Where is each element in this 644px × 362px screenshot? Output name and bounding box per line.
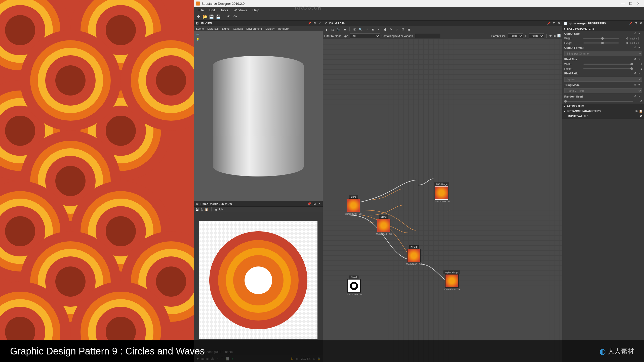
- submenu-scene[interactable]: Scene: [196, 27, 204, 30]
- tiling-select[interactable]: H and V Tiling: [564, 88, 642, 93]
- node-thumb: [347, 199, 360, 212]
- reset-icon[interactable]: ↺: [634, 83, 637, 87]
- save-icon[interactable]: 💾: [195, 208, 199, 211]
- pin-icon[interactable]: 📌: [629, 22, 632, 25]
- graph-canvas[interactable]: Blend 2048x2048 - C8 Blend 2048x2048 - C…: [323, 39, 562, 362]
- new-icon[interactable]: ✚: [196, 14, 201, 19]
- submenu-lights[interactable]: Lights: [222, 27, 229, 30]
- paste-icon[interactable]: 📋: [205, 208, 208, 211]
- flow-icon[interactable]: ⇶: [382, 27, 387, 32]
- save-icon[interactable]: 💾: [209, 14, 214, 19]
- grid-icon[interactable]: ▦: [407, 27, 411, 32]
- px-height-slider[interactable]: [583, 68, 633, 69]
- submenu-environment[interactable]: Environment: [246, 27, 262, 30]
- parent-width-select[interactable]: 2048: [508, 33, 523, 38]
- node-rgbmerge[interactable]: RGB Merge 2048x2048 - C8: [433, 183, 450, 203]
- submenu-materials[interactable]: Materials: [207, 27, 219, 30]
- dock-icon[interactable]: ⊡: [634, 22, 637, 25]
- maximize-button[interactable]: ☐: [627, 1, 634, 7]
- camera-icon[interactable]: 📹: [196, 33, 199, 36]
- uv-label[interactable]: UV: [219, 208, 223, 211]
- output-format-select[interactable]: 8 Bits per Channel: [564, 51, 642, 56]
- tree-icon[interactable]: ⊞: [370, 27, 375, 32]
- section-input-values[interactable]: INPUT VALUES ⚙: [562, 114, 644, 119]
- row-seed-slider: 0: [562, 99, 644, 104]
- submenu-camera[interactable]: Camera: [233, 27, 243, 30]
- section-base-params[interactable]: ▾ BASE PARAMETERS: [562, 26, 644, 31]
- more-icon[interactable]: ▾: [638, 95, 642, 98]
- grid-snap-icon[interactable]: ⊞: [553, 34, 556, 37]
- reset-icon[interactable]: ↺: [634, 58, 637, 61]
- node-blend4[interactable]: Blend 2048x2048 - L16: [345, 276, 363, 296]
- save-all-icon[interactable]: 💾: [216, 14, 221, 19]
- paste-icon[interactable]: 📋: [639, 110, 642, 113]
- reset-icon[interactable]: ↺: [634, 32, 637, 35]
- section-attributes[interactable]: ▸ ATTRIBUTES: [562, 104, 644, 109]
- menu-edit[interactable]: Edit: [207, 8, 217, 13]
- submenu-display[interactable]: Display: [265, 27, 274, 30]
- reset-icon[interactable]: ↺: [634, 46, 637, 50]
- parent-height-select[interactable]: 2048: [529, 33, 544, 38]
- more-icon[interactable]: ▾: [638, 58, 642, 61]
- pixel-ratio-select[interactable]: Square: [564, 77, 642, 82]
- close-panel-icon[interactable]: ✕: [318, 202, 321, 206]
- more-icon[interactable]: ▾: [638, 72, 642, 75]
- menu-help[interactable]: Help: [250, 8, 262, 13]
- check-icon[interactable]: ☑: [400, 27, 405, 32]
- light-icon[interactable]: 💡: [196, 38, 199, 41]
- open-icon[interactable]: 📂: [203, 14, 208, 19]
- align-icon[interactable]: ≡: [376, 27, 381, 32]
- channel-icon[interactable]: ▦: [215, 208, 217, 211]
- height-slider[interactable]: [583, 42, 619, 43]
- view3d-canvas[interactable]: 📹 💡: [194, 31, 323, 201]
- link-icon[interactable]: ⇄: [364, 27, 369, 32]
- node-alphamerge[interactable]: Alpha Merge 2048x2048 - C8: [444, 270, 460, 291]
- more-icon[interactable]: ▾: [638, 32, 642, 35]
- minimize-button[interactable]: —: [619, 1, 627, 7]
- select-icon[interactable]: ▮: [324, 27, 329, 32]
- close-panel-icon[interactable]: ✕: [318, 22, 321, 25]
- reload-icon[interactable]: ↻: [388, 27, 393, 32]
- gear-icon[interactable]: ⚙: [640, 115, 642, 118]
- dock-icon[interactable]: ⊡: [313, 202, 316, 206]
- camera-icon[interactable]: 📷: [336, 27, 341, 32]
- close-panel-icon[interactable]: ✕: [639, 22, 642, 25]
- more-icon[interactable]: ▾: [638, 46, 642, 50]
- copy-icon[interactable]: ⎘: [201, 208, 203, 211]
- node-blend2[interactable]: Blend 2048x2048 - C8: [376, 215, 392, 235]
- dock-icon[interactable]: ⊡: [313, 22, 316, 25]
- width-slider[interactable]: [583, 38, 619, 39]
- menu-windows[interactable]: Windows: [231, 8, 250, 13]
- undo-icon[interactable]: ↶: [226, 14, 231, 19]
- eyes-icon[interactable]: 👁: [549, 34, 552, 37]
- menu-tools[interactable]: Tools: [218, 8, 230, 13]
- close-button[interactable]: ✕: [634, 1, 642, 7]
- redo-icon[interactable]: ↷: [232, 14, 237, 19]
- menu-file[interactable]: File: [196, 8, 206, 13]
- filter-type-select[interactable]: All: [350, 33, 380, 38]
- expand-icon[interactable]: ⤢: [394, 27, 399, 32]
- stop-icon[interactable]: ⏹: [342, 27, 347, 32]
- seed-slider[interactable]: [564, 101, 633, 102]
- node-blend3[interactable]: Blend 2048x2048 - C8: [406, 245, 422, 265]
- pin-icon[interactable]: 📌: [308, 22, 311, 25]
- node-blend1[interactable]: Blend 2048x2048 - C8: [345, 195, 361, 215]
- search-icon[interactable]: 🔍: [358, 27, 363, 32]
- contain-input[interactable]: [415, 34, 440, 38]
- pin-icon[interactable]: 📌: [308, 202, 311, 206]
- submenu-renderer[interactable]: Renderer: [278, 27, 290, 30]
- stats-icon[interactable]: 📊: [557, 34, 561, 37]
- link-icon[interactable]: ⛓: [525, 34, 527, 37]
- info-icon[interactable]: ⓘ: [352, 27, 357, 32]
- reset-icon[interactable]: ↺: [634, 72, 637, 75]
- pin-icon[interactable]: 📌: [547, 22, 551, 25]
- view2d-canvas[interactable]: [194, 212, 323, 348]
- close-panel-icon[interactable]: ✕: [557, 22, 561, 25]
- reset-icon[interactable]: ↺: [634, 95, 637, 98]
- node-icon[interactable]: ▢: [330, 27, 335, 32]
- dock-icon[interactable]: ⊡: [552, 22, 556, 25]
- copy-icon[interactable]: ⎘: [636, 110, 637, 113]
- section-instance-params[interactable]: ▾ INSTANCE PARAMETERS ⎘ 📋: [562, 109, 644, 114]
- more-icon[interactable]: ▾: [638, 83, 642, 87]
- px-width-slider[interactable]: [583, 64, 633, 65]
